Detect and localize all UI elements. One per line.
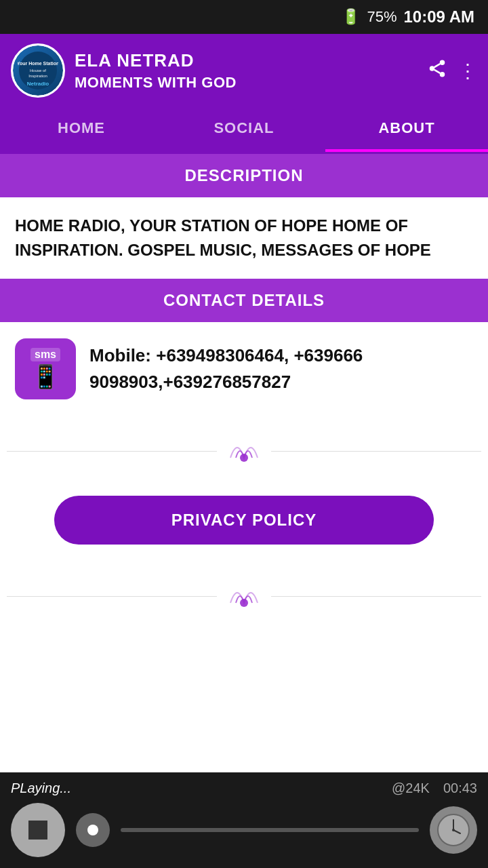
- app-header: Your Home Station House of Inspiration N…: [0, 34, 488, 107]
- time-display: 10:09 AM: [404, 7, 474, 26]
- radio-divider-2: [0, 572, 488, 620]
- player-bitrate: @24K: [392, 781, 430, 796]
- play-dot: [87, 825, 98, 835]
- battery-icon: 🔋: [342, 8, 360, 26]
- station-subtitle: MOMENTS WITH GOD: [75, 74, 418, 92]
- contact-header: CONTACT DETAILS: [0, 279, 488, 322]
- radio-wave-icon-2: [224, 583, 264, 610]
- divider-line-right-2: [271, 596, 481, 597]
- svg-point-5: [440, 60, 445, 65]
- phone-icon: 📱: [31, 363, 60, 390]
- share-icon[interactable]: [427, 58, 447, 83]
- main-content: DESCRIPTION HOME RADIO, YOUR STATION OF …: [0, 154, 488, 620]
- player-status-text: PLaying...: [11, 781, 71, 796]
- divider-line-left: [7, 451, 217, 452]
- description-body: HOME RADIO, YOUR STATION OF HOPE HOME OF…: [0, 197, 488, 279]
- svg-point-7: [440, 72, 445, 77]
- contact-mobile-item: sms 📱 Mobile: +639498306464, +639666 909…: [0, 322, 488, 420]
- svg-line-9: [434, 64, 441, 67]
- player-controls: [11, 803, 477, 857]
- svg-point-6: [430, 66, 435, 71]
- radio-wave-icon: [224, 437, 264, 465]
- stop-button[interactable]: [11, 803, 65, 857]
- description-header: DESCRIPTION: [0, 154, 488, 197]
- svg-text:Your Home Station: Your Home Station: [18, 61, 58, 66]
- status-bar: 🔋 75% 10:09 AM: [0, 0, 488, 34]
- radio-divider-1: [0, 427, 488, 475]
- sms-icon: sms 📱: [15, 338, 76, 399]
- play-button[interactable]: [76, 813, 110, 847]
- tab-about[interactable]: ABOUT: [325, 107, 488, 152]
- header-text-group: ELA NETRAD MOMENTS WITH GOD: [75, 50, 418, 92]
- battery-level: 75%: [367, 8, 396, 26]
- player-duration: 00:43: [443, 781, 477, 796]
- navigation-tabs: HOME SOCIAL ABOUT: [0, 107, 488, 154]
- station-avatar: Your Home Station House of Inspiration N…: [11, 43, 65, 98]
- svg-text:House of: House of: [30, 68, 46, 73]
- divider-line-left-2: [7, 596, 217, 597]
- tab-home[interactable]: HOME: [0, 107, 163, 152]
- header-actions: ⋮: [427, 58, 477, 83]
- svg-line-8: [434, 69, 441, 73]
- divider-line-right: [271, 451, 481, 452]
- privacy-button-container: PRIVACY POLICY: [0, 482, 488, 565]
- player-bar: PLaying... @24K 00:43: [0, 772, 488, 868]
- sms-label: sms: [30, 348, 60, 361]
- stop-icon: [28, 821, 47, 840]
- contact-section: CONTACT DETAILS sms 📱 Mobile: +639498306…: [0, 279, 488, 420]
- player-meta: @24K 00:43: [392, 781, 477, 796]
- station-name: ELA NETRAD: [75, 50, 418, 71]
- more-icon[interactable]: ⋮: [458, 60, 477, 82]
- player-status-row: PLaying... @24K 00:43: [11, 781, 477, 796]
- mobile-label: Mobile:: [89, 345, 151, 366]
- svg-text:Inspiration: Inspiration: [28, 74, 47, 78]
- tab-social[interactable]: SOCIAL: [163, 107, 325, 152]
- privacy-policy-button[interactable]: PRIVACY POLICY: [54, 496, 434, 545]
- progress-bar[interactable]: [121, 828, 419, 832]
- svg-text:Netradio: Netradio: [27, 81, 49, 87]
- clock-icon: [430, 806, 477, 854]
- mobile-info: Mobile: +639498306464, +639666 9098903,+…: [89, 342, 473, 395]
- avatar-image: Your Home Station House of Inspiration N…: [13, 45, 63, 96]
